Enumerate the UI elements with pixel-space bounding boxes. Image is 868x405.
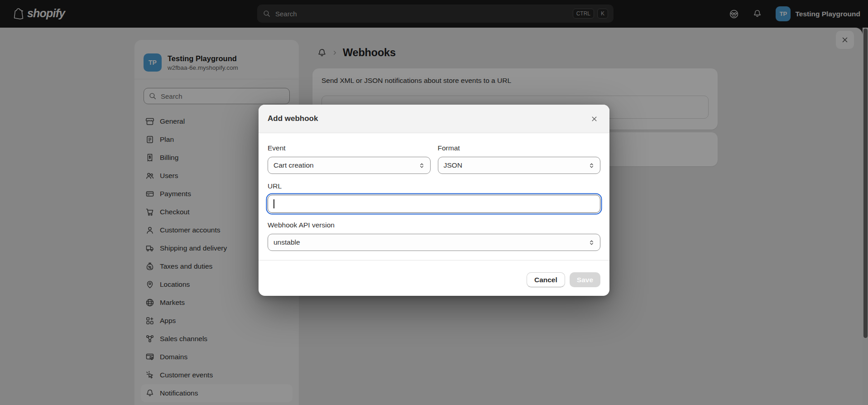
modal-footer: Cancel Save bbox=[259, 260, 609, 296]
api-version-label: Webhook API version bbox=[268, 221, 600, 229]
format-select-value: JSON bbox=[444, 161, 462, 169]
modal-body: Event Cart creation Format JSON URL bbox=[259, 133, 609, 260]
add-webhook-modal: Add webhook Event Cart creation Format J… bbox=[259, 105, 609, 296]
close-icon bbox=[590, 115, 599, 123]
modal-close-button[interactable] bbox=[588, 113, 600, 125]
caret-sort-icon bbox=[588, 162, 595, 169]
modal-header: Add webhook bbox=[259, 105, 609, 133]
modal-title: Add webhook bbox=[268, 114, 318, 123]
event-select[interactable]: Cart creation bbox=[268, 157, 431, 174]
api-version-select-value: unstable bbox=[273, 238, 300, 246]
text-cursor bbox=[273, 199, 274, 208]
caret-sort-icon bbox=[418, 162, 426, 169]
cancel-button[interactable]: Cancel bbox=[527, 272, 565, 287]
url-label: URL bbox=[268, 182, 600, 190]
event-select-value: Cart creation bbox=[273, 161, 314, 169]
url-input[interactable] bbox=[268, 195, 600, 213]
format-label: Format bbox=[438, 144, 601, 152]
api-version-select[interactable]: unstable bbox=[268, 234, 600, 251]
event-label: Event bbox=[268, 144, 431, 152]
caret-sort-icon bbox=[588, 239, 595, 246]
save-button[interactable]: Save bbox=[570, 272, 600, 287]
format-select[interactable]: JSON bbox=[438, 157, 601, 174]
